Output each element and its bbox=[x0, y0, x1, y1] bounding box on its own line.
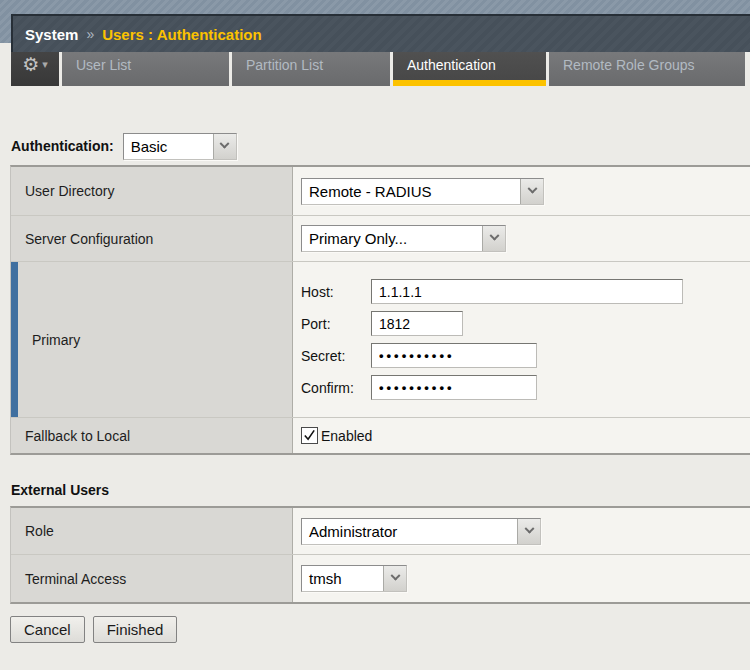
host-label: Host: bbox=[301, 284, 371, 300]
fallback-enabled-checkbox[interactable] bbox=[301, 427, 318, 444]
host-input[interactable] bbox=[371, 279, 683, 304]
port-label: Port: bbox=[301, 316, 371, 332]
tab-label: Remote Role Groups bbox=[563, 57, 695, 73]
terminal-access-label: Terminal Access bbox=[11, 555, 293, 602]
finished-button[interactable]: Finished bbox=[93, 616, 178, 643]
external-users-heading: External Users bbox=[11, 482, 750, 498]
active-tab-indicator bbox=[393, 80, 546, 86]
primary-section-label: Primary bbox=[11, 262, 293, 417]
fallback-label: Fallback to Local bbox=[11, 418, 293, 453]
server-configuration-value: Primary Only... bbox=[302, 226, 482, 251]
authentication-type-select[interactable]: Basic bbox=[123, 133, 237, 160]
secret-input[interactable] bbox=[371, 343, 537, 368]
server-configuration-label: Server Configuration bbox=[11, 216, 293, 261]
action-buttons: Cancel Finished bbox=[10, 616, 750, 643]
gear-icon: ⚙ bbox=[22, 55, 39, 74]
terminal-access-value: tmsh bbox=[302, 566, 383, 591]
confirm-label: Confirm: bbox=[301, 380, 371, 396]
breadcrumb-separator-icon: » bbox=[86, 26, 94, 42]
table-row: Server Configuration Primary Only... bbox=[11, 215, 750, 261]
authentication-type-label: Authentication: bbox=[11, 138, 114, 154]
cancel-button[interactable]: Cancel bbox=[10, 616, 85, 643]
table-row: Terminal Access tmsh bbox=[11, 554, 750, 602]
port-input[interactable] bbox=[371, 311, 463, 336]
table-row: Fallback to Local Enabled bbox=[11, 417, 750, 453]
chevron-down-icon bbox=[520, 179, 543, 204]
secret-label: Secret: bbox=[301, 348, 371, 364]
server-configuration-select[interactable]: Primary Only... bbox=[301, 225, 506, 252]
tab-label: Authentication bbox=[407, 57, 496, 73]
role-value: Administrator bbox=[302, 519, 517, 544]
role-label: Role bbox=[11, 508, 293, 554]
user-directory-label: User Directory bbox=[11, 167, 293, 215]
chevron-down-icon: ▾ bbox=[42, 59, 48, 70]
user-directory-select[interactable]: Remote - RADIUS bbox=[301, 178, 544, 205]
chevron-down-icon bbox=[383, 566, 406, 591]
breadcrumb-page: Users : Authentication bbox=[102, 26, 261, 43]
fallback-checkbox-label: Enabled bbox=[321, 428, 372, 444]
radius-settings-table: User Directory Remote - RADIUS Server Co… bbox=[10, 165, 750, 455]
chevron-down-icon bbox=[517, 519, 540, 544]
role-select[interactable]: Administrator bbox=[301, 518, 541, 545]
user-directory-value: Remote - RADIUS bbox=[302, 179, 520, 204]
primary-section-indicator bbox=[11, 262, 18, 417]
chevron-down-icon bbox=[482, 226, 505, 251]
tab-label: Partition List bbox=[246, 57, 323, 73]
table-row: User Directory Remote - RADIUS bbox=[11, 167, 750, 215]
tab-label: User List bbox=[76, 57, 131, 73]
terminal-access-select[interactable]: tmsh bbox=[301, 565, 407, 592]
breadcrumb: System » Users : Authentication bbox=[11, 14, 750, 52]
confirm-input[interactable] bbox=[371, 375, 537, 400]
authentication-type-value: Basic bbox=[124, 134, 213, 159]
checkmark-icon bbox=[302, 428, 317, 443]
authentication-type-row: Authentication: Basic bbox=[11, 131, 750, 161]
table-row: Primary Host: Port: Secret: Confirm: bbox=[11, 261, 750, 417]
chevron-down-icon bbox=[213, 134, 236, 159]
header-backdrop: System » Users : Authentication bbox=[0, 0, 750, 43]
external-users-table: Role Administrator Terminal Access tmsh bbox=[10, 506, 750, 604]
breadcrumb-section[interactable]: System bbox=[25, 26, 78, 43]
table-row: Role Administrator bbox=[11, 508, 750, 554]
